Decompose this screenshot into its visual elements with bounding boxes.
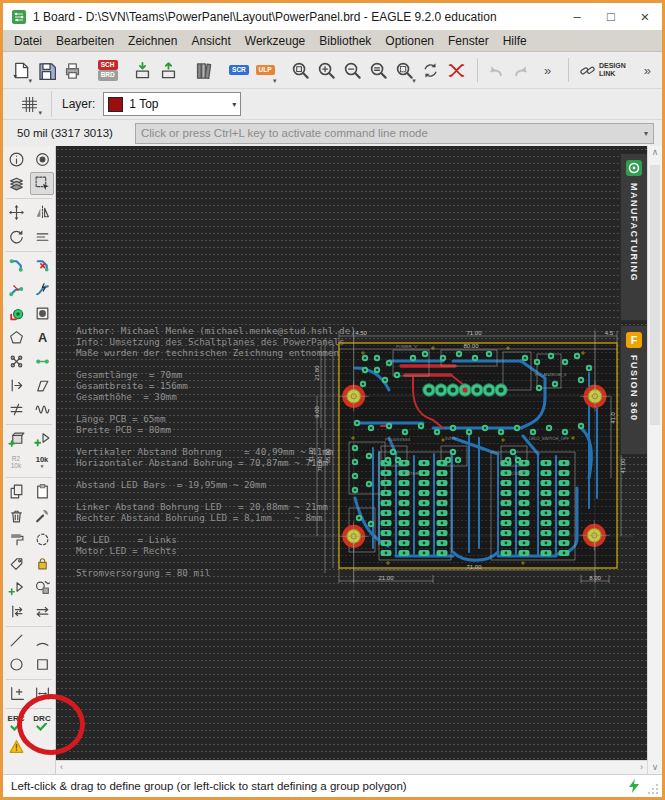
route-tool[interactable]: [4, 254, 28, 277]
dropdown-caret-icon: ▾: [273, 77, 277, 85]
value-tool[interactable]: R210k: [4, 451, 28, 474]
toolbar-overflow-button-2[interactable]: »: [636, 57, 659, 84]
vertical-scrollbar[interactable]: ∧ ∨: [647, 146, 662, 774]
rect-tool[interactable]: [30, 653, 54, 676]
polygon-tool[interactable]: [4, 326, 28, 349]
board-canvas[interactable]: Author: Michael Menke (michael.menke@stu…: [56, 146, 647, 760]
via-tool[interactable]: [4, 302, 28, 325]
layer-settings-tool[interactable]: [4, 172, 28, 195]
add-device-tool[interactable]: [30, 427, 54, 450]
zoom-redraw-button[interactable]: [367, 57, 390, 84]
ripup-tool[interactable]: [30, 254, 54, 277]
undo-button[interactable]: [484, 57, 507, 84]
rotate-tool[interactable]: [4, 225, 28, 248]
ratsnest-tool[interactable]: [4, 350, 28, 373]
design-link-button[interactable]: DESIGN LINK: [575, 57, 633, 84]
tab-fusion-360[interactable]: F FUSION 360: [620, 325, 647, 455]
smash-tool[interactable]: 10k▾: [30, 451, 54, 474]
print-button[interactable]: [61, 57, 84, 84]
zoom-in-button[interactable]: [315, 57, 338, 84]
tab-manufacturing[interactable]: MANUFACTURING: [620, 153, 647, 321]
group-tool[interactable]: [30, 172, 54, 195]
swap-tool[interactable]: [30, 600, 54, 623]
unroute-tool[interactable]: [30, 278, 54, 301]
resize-grip[interactable]: [647, 783, 659, 795]
refresh-button[interactable]: [419, 57, 442, 84]
copy-tool[interactable]: [4, 480, 28, 503]
shape-tool[interactable]: [30, 374, 54, 397]
grid-button[interactable]: ▾: [15, 91, 43, 117]
separator: [6, 679, 52, 680]
stop-button[interactable]: [445, 57, 468, 84]
library-manager-button[interactable]: [192, 57, 215, 84]
zoom-out-button[interactable]: [341, 57, 364, 84]
horizontal-scrollbar[interactable]: ‹ ›: [56, 760, 647, 774]
arc-tool[interactable]: [30, 629, 54, 652]
mark-tool[interactable]: [4, 374, 28, 397]
scrollbar-thumb[interactable]: [650, 165, 660, 425]
dimension-tool[interactable]: [4, 682, 28, 705]
optimize-tool[interactable]: [30, 528, 54, 551]
signal-tool[interactable]: [4, 398, 28, 421]
grid-icon: [21, 96, 38, 113]
ulp-button[interactable]: ULP▾: [254, 57, 277, 84]
paint-tool[interactable]: [4, 528, 28, 551]
menu-bearbeiten[interactable]: Bearbeiten: [49, 32, 121, 50]
circle-tool[interactable]: [4, 653, 28, 676]
move-tool[interactable]: [4, 201, 28, 224]
line-tool[interactable]: [4, 629, 28, 652]
menu-ansicht[interactable]: Ansicht: [184, 32, 237, 50]
scroll-right-icon[interactable]: ›: [636, 761, 647, 774]
command-line-input[interactable]: Click or press Ctrl+L key to activate co…: [135, 123, 654, 144]
autorouter-bolt-icon: [627, 778, 641, 794]
split-tool[interactable]: [4, 278, 28, 301]
wire-tool[interactable]: [30, 350, 54, 373]
menu-zeichnen[interactable]: Zeichnen: [121, 32, 184, 50]
meander-tool[interactable]: [30, 398, 54, 421]
scroll-up-icon[interactable]: ∧: [652, 146, 659, 159]
menu-werkzeuge[interactable]: Werkzeuge: [238, 32, 312, 50]
info-tool[interactable]: [4, 148, 28, 171]
smd-pad-tool[interactable]: [30, 302, 54, 325]
menu-bibliothek[interactable]: Bibliothek: [312, 32, 378, 50]
new-board-button[interactable]: ▾: [9, 57, 32, 84]
measure-tool[interactable]: [30, 682, 54, 705]
delete-tool[interactable]: [4, 504, 28, 527]
toolbar-overflow-button[interactable]: »: [536, 57, 559, 84]
menu-fenster[interactable]: Fenster: [441, 32, 496, 50]
save-button[interactable]: [35, 57, 58, 84]
align-tool[interactable]: [30, 225, 54, 248]
replace-tool[interactable]: [30, 576, 54, 599]
name-tool[interactable]: [4, 552, 28, 575]
sch-brd-switch-button[interactable]: SCHBRD: [96, 57, 119, 84]
gateswap-tool[interactable]: [4, 576, 28, 599]
mirror-tool[interactable]: [30, 201, 54, 224]
minimize-button[interactable]: –: [560, 3, 594, 30]
add-part-tool[interactable]: [4, 427, 28, 450]
scr-button[interactable]: SCR: [227, 57, 250, 84]
redo-button[interactable]: [510, 57, 533, 84]
menu-datei[interactable]: Datei: [7, 32, 49, 50]
zoom-fit-button[interactable]: [289, 57, 312, 84]
menu-optionen[interactable]: Optionen: [378, 32, 441, 50]
show-tool[interactable]: [30, 148, 54, 171]
tool-palette: AR210k10k▾ERCDRC: [3, 146, 56, 774]
svg-text:41.0: 41.0: [610, 412, 616, 424]
menu-hilfe[interactable]: Hilfe: [496, 32, 534, 50]
lock-tool[interactable]: [30, 552, 54, 575]
export-library-button[interactable]: [131, 57, 154, 84]
scroll-down-icon[interactable]: ∨: [652, 761, 659, 774]
errors-tool[interactable]: [4, 735, 28, 758]
drc-button[interactable]: DRC: [30, 711, 54, 734]
close-button[interactable]: ×: [628, 3, 662, 30]
maximize-button[interactable]: □: [594, 3, 628, 30]
text-tool[interactable]: A: [30, 326, 54, 349]
update-library-button[interactable]: [157, 57, 180, 84]
scroll-left-icon[interactable]: ‹: [56, 761, 67, 774]
erc-button[interactable]: ERC: [4, 711, 28, 734]
paste-tool[interactable]: [30, 480, 54, 503]
zoom-select-button[interactable]: ▾: [393, 57, 416, 84]
layer-select[interactable]: 1 Top ▾: [103, 92, 241, 116]
change-tool[interactable]: [30, 504, 54, 527]
pinswap-tool[interactable]: [4, 600, 28, 623]
